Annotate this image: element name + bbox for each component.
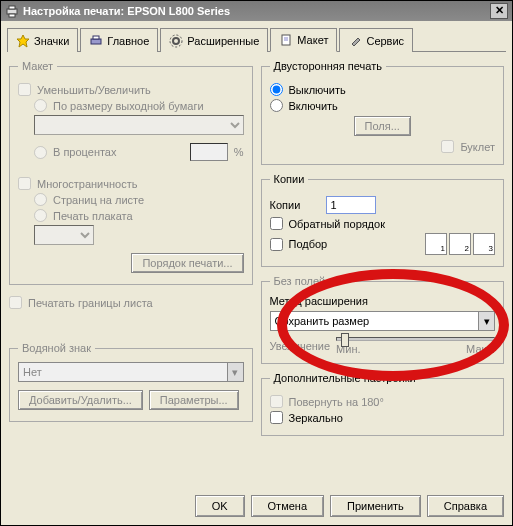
tab-label: Главное <box>107 35 149 47</box>
multipage-checkbox <box>18 177 31 190</box>
watermark-legend: Водяной знак <box>18 342 95 354</box>
svg-rect-0 <box>7 9 17 14</box>
reverse-order-label: Обратный порядок <box>289 218 385 230</box>
close-button[interactable]: ✕ <box>490 3 508 19</box>
poster-radio <box>34 209 47 222</box>
reverse-order-checkbox[interactable] <box>270 217 283 230</box>
duplex-off-radio[interactable] <box>270 83 283 96</box>
layout-group: Макет Уменьшить/Увеличить По размеру вых… <box>9 60 253 285</box>
reduce-enlarge-checkbox <box>18 83 31 96</box>
method-value: Сохранить размер <box>275 315 370 327</box>
page-stack-icon: 1 <box>425 233 447 255</box>
svg-rect-4 <box>91 39 101 44</box>
print-settings-window: Настройка печати: EPSON L800 Series ✕ Зн… <box>0 0 513 526</box>
tab-label: Макет <box>297 34 328 46</box>
watermark-dropdown: Нет ▾ <box>18 362 244 382</box>
margins-button: Поля... <box>354 116 411 136</box>
tab-main[interactable]: Главное <box>80 28 158 52</box>
tab-layout[interactable]: Макет <box>270 28 337 52</box>
dialog-buttons: OK Отмена Применить Справка <box>195 495 504 517</box>
duplex-off-label: Выключить <box>289 84 346 96</box>
content-area: Макет Уменьшить/Увеличить По размеру вых… <box>1 52 512 444</box>
percent-unit: % <box>234 146 244 158</box>
enlarge-slider <box>336 337 495 341</box>
duplex-legend: Двусторонняя печать <box>270 60 386 72</box>
tab-icons[interactable]: Значки <box>7 28 78 52</box>
print-borders-label: Печатать границы листа <box>28 297 153 309</box>
page-stack-icon: 3 <box>473 233 495 255</box>
additional-legend: Дополнительные настройки <box>270 372 420 384</box>
apply-button[interactable]: Применить <box>330 495 421 517</box>
percent-radio <box>34 146 47 159</box>
layout-legend: Макет <box>18 60 57 72</box>
copies-group: Копии Копии Обратный порядок Подбор 1 2 … <box>261 173 505 267</box>
tab-service[interactable]: Сервис <box>339 28 413 52</box>
gear-icon <box>169 34 183 48</box>
additional-group: Дополнительные настройки Повернуть на 18… <box>261 372 505 436</box>
slider-max: Макс. <box>466 343 495 355</box>
enlarge-label: Увеличение <box>270 340 331 352</box>
collate-label: Подбор <box>289 238 328 250</box>
watermark-group: Водяной знак Нет ▾ Добавить/Удалить... П… <box>9 342 253 422</box>
booklet-label: Буклет <box>460 141 495 153</box>
multipage-label: Многостраничность <box>37 178 137 190</box>
borderless-legend: Без полей <box>270 275 330 287</box>
svg-rect-2 <box>9 14 15 17</box>
percent-label: В процентах <box>53 146 117 158</box>
fit-output-radio <box>34 99 47 112</box>
pages-per-sheet-label: Страниц на листе <box>53 194 144 206</box>
tab-label: Расширенные <box>187 35 259 47</box>
mirror-checkbox[interactable] <box>270 411 283 424</box>
help-button[interactable]: Справка <box>427 495 504 517</box>
watermark-params-button: Параметры... <box>149 390 239 410</box>
collate-preview-icons: 1 2 3 <box>425 233 495 255</box>
page-icon <box>279 33 293 47</box>
rotate-label: Повернуть на 180° <box>289 396 384 408</box>
tabstrip: Значки Главное Расширенные Макет Сервис <box>7 27 506 52</box>
tab-label: Значки <box>34 35 69 47</box>
copies-label: Копии <box>270 199 320 211</box>
collate-checkbox[interactable] <box>270 238 283 251</box>
duplex-on-label: Включить <box>289 100 338 112</box>
page-stack-icon: 2 <box>449 233 471 255</box>
tab-advanced[interactable]: Расширенные <box>160 28 268 52</box>
booklet-checkbox <box>441 140 454 153</box>
output-paper-combo <box>34 115 244 135</box>
printer-small-icon <box>89 34 103 48</box>
svg-point-7 <box>170 35 182 47</box>
duplex-group: Двусторонняя печать Выключить Включить П… <box>261 60 505 165</box>
mirror-label: Зеркально <box>289 412 343 424</box>
copies-legend: Копии <box>270 173 309 185</box>
duplex-on-radio[interactable] <box>270 99 283 112</box>
titlebar: Настройка печати: EPSON L800 Series ✕ <box>1 1 512 21</box>
copies-input[interactable] <box>326 196 376 214</box>
pages-per-sheet-radio <box>34 193 47 206</box>
ok-button[interactable]: OK <box>195 495 245 517</box>
percent-input <box>190 143 228 161</box>
cancel-button[interactable]: Отмена <box>251 495 324 517</box>
printer-icon <box>5 4 19 18</box>
wrench-icon <box>348 34 362 48</box>
poster-combo <box>34 225 94 245</box>
method-dropdown[interactable]: Сохранить размер ▾ <box>270 311 496 331</box>
print-order-button: Порядок печати... <box>131 253 243 273</box>
left-column: Макет Уменьшить/Увеличить По размеру вых… <box>9 60 253 436</box>
slider-thumb <box>341 333 349 347</box>
svg-marker-3 <box>17 35 29 47</box>
right-column: Двусторонняя печать Выключить Включить П… <box>261 60 505 436</box>
tab-label: Сервис <box>366 35 404 47</box>
svg-point-6 <box>173 38 179 44</box>
chevron-down-icon[interactable]: ▾ <box>478 312 494 330</box>
svg-rect-5 <box>93 36 99 39</box>
reduce-enlarge-label: Уменьшить/Увеличить <box>37 84 151 96</box>
star-icon <box>16 34 30 48</box>
method-label: Метод расширения <box>270 295 496 307</box>
chevron-down-icon: ▾ <box>227 363 243 381</box>
window-title: Настройка печати: EPSON L800 Series <box>23 5 490 17</box>
watermark-add-del-button: Добавить/Удалить... <box>18 390 143 410</box>
fit-output-label: По размеру выходной бумаги <box>53 100 204 112</box>
svg-rect-1 <box>9 6 15 9</box>
poster-label: Печать плаката <box>53 210 133 222</box>
borderless-group: Без полей Метод расширения Сохранить раз… <box>261 275 505 364</box>
print-borders-checkbox <box>9 296 22 309</box>
